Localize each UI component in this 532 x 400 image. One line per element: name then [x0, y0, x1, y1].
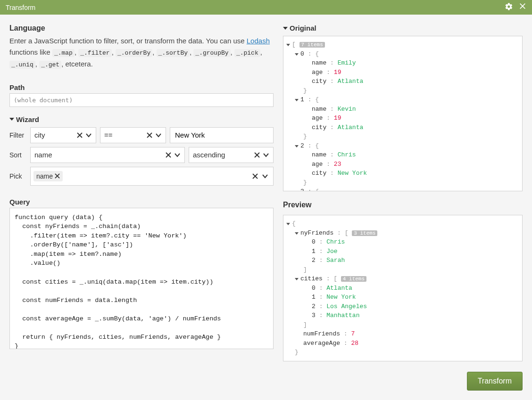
- sort-label: Sort: [9, 151, 26, 159]
- lodash-link[interactable]: Lodash: [247, 37, 270, 45]
- fn-pick: _.pick: [234, 49, 260, 57]
- chevron-down-icon[interactable]: [263, 152, 269, 158]
- tag-remove-icon[interactable]: [55, 172, 60, 180]
- fn-groupby: _.groupBy: [193, 49, 230, 57]
- original-toggle[interactable]: Original: [283, 24, 523, 32]
- preview-json-panel[interactable]: { nyFriends : [ 3 items 0 : Chris 1 : Jo…: [283, 215, 523, 361]
- titlebar: Transform: [0, 0, 532, 15]
- clear-icon[interactable]: [147, 132, 152, 138]
- chevron-down-icon[interactable]: [262, 173, 268, 180]
- fn-uniq: _.uniq: [9, 61, 35, 69]
- path-label: Path: [9, 83, 274, 91]
- path-input[interactable]: [9, 93, 274, 107]
- language-heading: Language: [9, 24, 274, 33]
- filter-value-input[interactable]: [170, 127, 274, 143]
- clear-icon[interactable]: [77, 132, 83, 138]
- transform-dialog: Transform Language Enter a JavaScript fu…: [0, 0, 532, 400]
- caret-down-icon: [283, 27, 288, 30]
- sort-dir-select[interactable]: ascending: [189, 147, 274, 163]
- fn-sortby: _.sortBy: [157, 49, 190, 57]
- chevron-down-icon[interactable]: [155, 132, 162, 139]
- clear-icon[interactable]: [166, 152, 171, 158]
- pick-label: Pick: [9, 172, 26, 180]
- fn-orderby: _.orderBy: [116, 49, 152, 57]
- transform-button[interactable]: Transform: [467, 372, 523, 391]
- clear-icon[interactable]: [254, 152, 260, 158]
- filter-op-select[interactable]: ==: [100, 127, 166, 143]
- filter-label: Filter: [9, 131, 26, 139]
- query-textarea[interactable]: [9, 208, 274, 349]
- fn-filter: _.filter: [78, 49, 111, 57]
- close-icon[interactable]: [519, 2, 526, 12]
- filter-field-select[interactable]: city: [30, 127, 96, 143]
- query-label: Query: [9, 198, 274, 206]
- sort-field-select[interactable]: name: [30, 147, 185, 163]
- pick-tag: name: [33, 171, 63, 181]
- caret-down-icon: [9, 118, 14, 121]
- chevron-down-icon[interactable]: [174, 152, 181, 158]
- language-description: Enter a JavaScript function to filter, s…: [9, 35, 274, 70]
- gear-icon[interactable]: [505, 2, 513, 12]
- chevron-down-icon[interactable]: [85, 132, 92, 139]
- original-json-panel[interactable]: [ 7 items 0 : { name : Emily age : 19 ci…: [283, 36, 523, 191]
- preview-heading: Preview: [283, 201, 523, 209]
- fn-map: _.map: [52, 49, 75, 57]
- titlebar-title: Transform: [6, 4, 505, 11]
- clear-icon[interactable]: [252, 173, 258, 179]
- fn-get: _.get: [39, 61, 61, 69]
- pick-select[interactable]: name: [30, 167, 274, 186]
- wizard-toggle[interactable]: Wizard: [9, 115, 274, 123]
